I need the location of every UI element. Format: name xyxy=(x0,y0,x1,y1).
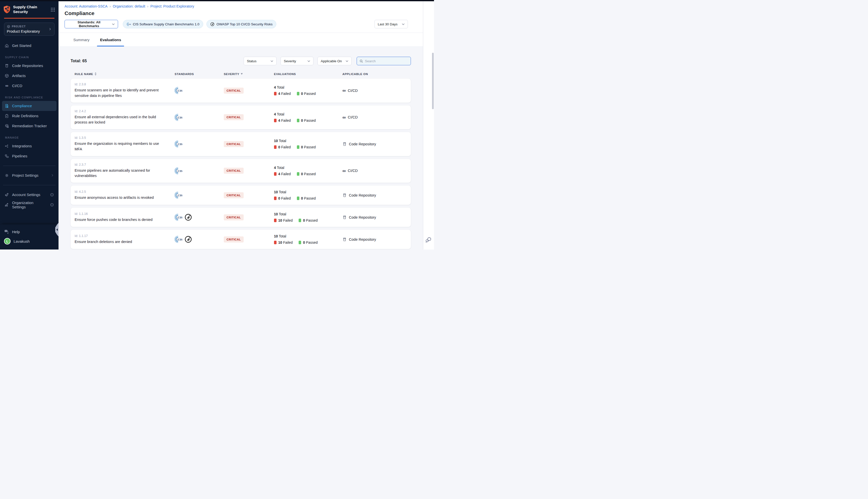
sidebar-item-account-settings[interactable]: Account Settings xyxy=(2,190,57,200)
rule-cell: Id: 1.1.16 Ensure force pushes code to b… xyxy=(75,212,174,223)
cicd-infinity-icon: ∞ xyxy=(342,168,346,173)
tab-evaluations[interactable]: Evaluations xyxy=(99,33,122,46)
table-row[interactable]: Id: 1.1.16 Ensure force pushes code to b… xyxy=(71,208,411,227)
table-row[interactable]: Id: 2.4.2 Ensure all external dependenci… xyxy=(71,106,411,130)
sort-icon xyxy=(94,72,97,75)
status-filter-select[interactable]: Status xyxy=(244,57,277,65)
standard-chip-owasp[interactable]: OWASP Top 10 CI/CD Security Risks xyxy=(206,20,276,28)
info-icon[interactable] xyxy=(50,193,54,197)
breadcrumb-separator-icon: › xyxy=(147,4,148,8)
support-chat-icon[interactable] xyxy=(425,236,432,243)
sidebar-item-organization-settings[interactable]: Organization Settings xyxy=(2,200,57,210)
rule-name: Ensure branch deletions are denied xyxy=(75,239,162,245)
eval-total-label: Total xyxy=(279,190,286,194)
sidebar-item-pipelines[interactable]: Pipelines xyxy=(2,151,57,161)
applicable-on-label: Code Repository xyxy=(349,238,376,242)
breadcrumb-link[interactable]: Account: Automation-SSCA xyxy=(64,4,108,8)
standards-cell: CIS xyxy=(174,167,224,175)
search-box[interactable] xyxy=(357,57,411,65)
sidebar-item-integrations[interactable]: Integrations xyxy=(2,141,57,151)
failed-indicator-icon xyxy=(274,241,277,244)
package-icon xyxy=(7,25,10,28)
eval-total-label: Total xyxy=(277,85,284,89)
svg-text:?: ? xyxy=(5,230,7,232)
user-menu[interactable]: L Lavakush xyxy=(4,236,55,246)
cis-logo-icon: CIS xyxy=(174,87,182,94)
table-row[interactable]: Id: 2.3.8 Ensure scanners are in place t… xyxy=(71,78,411,103)
package-icon xyxy=(4,74,9,78)
sidebar-item-artifacts[interactable]: Artifacts xyxy=(2,71,57,81)
table-row[interactable]: Id: 1.1.17 Ensure branch deletions are d… xyxy=(71,230,411,249)
eval-total-count: 10 xyxy=(274,139,278,143)
standards-filter-select[interactable]: Standards: All Benchmarks xyxy=(64,20,118,28)
column-header-applicable-on: APPLICABLE ON xyxy=(342,73,407,75)
page-header: Account: Automation-SSCA›Organization: d… xyxy=(59,1,423,33)
eval-failed: 0 Failed xyxy=(278,145,291,149)
applicable-on-cell: </>Code Repository xyxy=(342,193,407,197)
eval-failed: 10 Failed xyxy=(278,241,293,244)
eval-total-label: Total xyxy=(279,212,286,216)
project-selector[interactable]: PROJECT Product Exploratory xyxy=(4,23,55,36)
info-icon[interactable] xyxy=(50,203,54,207)
sidebar-item-get-started[interactable]: Get Started xyxy=(2,41,57,51)
cis-logo-icon: CIS xyxy=(174,140,182,148)
column-header-rule-name[interactable]: RULE NAME xyxy=(75,72,174,75)
column-header-severity[interactable]: SEVERITY xyxy=(224,73,274,75)
standard-chip-cis[interactable]: CISCIS Software Supply Chain Benchmarks … xyxy=(123,20,203,28)
applicable-on-filter-select[interactable]: Applicable On xyxy=(317,57,352,65)
breadcrumb-link[interactable]: Project: Product Exploratory xyxy=(150,4,194,8)
rule-cell: Id: 1.3.5 Ensure the organization is req… xyxy=(75,136,174,152)
sort-desc-icon xyxy=(241,73,243,75)
cis-logo-icon: CIS xyxy=(174,214,182,221)
sidebar-item-help[interactable]: ? Help xyxy=(4,227,55,236)
passed-indicator-icon xyxy=(297,119,299,122)
sidebar-item-ci-cd[interactable]: ∞CI/CD xyxy=(2,81,57,91)
time-range-select[interactable]: Last 30 Days xyxy=(374,20,408,28)
sidebar-item-rule-definitions[interactable]: Rule Definitions xyxy=(2,111,57,121)
svg-text:</>: </> xyxy=(343,144,346,145)
failed-indicator-icon xyxy=(274,196,277,200)
gear-icon xyxy=(4,173,9,178)
app-switcher-icon[interactable] xyxy=(51,8,55,12)
chevron-right-icon xyxy=(51,174,54,177)
chevron-right-icon xyxy=(48,27,52,31)
sidebar-item-remediation-tracker[interactable]: Remediation Tracker xyxy=(2,121,57,131)
standards-filter-bar: Standards: All Benchmarks CISCIS Softwar… xyxy=(64,20,423,33)
table-row[interactable]: Id: 2.3.7 Ensure pipelines are automatic… xyxy=(71,159,411,183)
failed-indicator-icon xyxy=(274,219,277,222)
svg-text:</>: </> xyxy=(343,217,346,218)
sidebar: Supply Chain Security xyxy=(0,1,59,250)
breadcrumb-link[interactable]: Organization: default xyxy=(113,4,145,8)
applicable-on-cell: ∞CI/CD xyxy=(342,88,407,93)
column-label: STANDARDS xyxy=(174,73,194,75)
severity-badge: CRITICAL xyxy=(224,141,244,147)
sidebar-item-compliance[interactable]: Compliance xyxy=(2,101,57,111)
scrollbar-thumb[interactable] xyxy=(432,53,434,109)
eval-total-count: 10 xyxy=(274,234,278,238)
search-icon xyxy=(359,59,363,63)
layers-gear-icon xyxy=(4,193,9,197)
rule-id: Id: 1.1.17 xyxy=(75,234,162,238)
column-label: EVALUATIONS xyxy=(274,73,296,75)
eval-passed: 0 Passed xyxy=(301,145,316,149)
sidebar-nav: Get StartedSUPPLY CHAIN</>Code Repositor… xyxy=(0,36,59,210)
evaluations-cell: 10 Total 10 Failed 0 Passed xyxy=(274,234,342,244)
search-input[interactable] xyxy=(365,59,408,63)
box-wrench-icon xyxy=(4,124,9,128)
standards-cell: CIS xyxy=(174,235,224,243)
sidebar-item-code-repositories[interactable]: </>Code Repositories xyxy=(2,61,57,71)
severity-filter-select[interactable]: Severity xyxy=(280,57,313,65)
pipelines-icon xyxy=(4,154,9,158)
sidebar-item-label: Get Started xyxy=(12,44,32,48)
chip-label: CIS Software Supply Chain Benchmarks 1.0 xyxy=(133,22,200,26)
tab-summary[interactable]: Summary xyxy=(73,33,90,46)
owasp-logo-icon xyxy=(210,22,215,26)
applicable-on-cell: </>Code Repository xyxy=(342,237,407,242)
table-row[interactable]: Id: 4.2.5 Ensure anonymous access to art… xyxy=(71,185,411,205)
eval-total-label: Total xyxy=(279,234,286,238)
sidebar-item-project-settings[interactable]: Project Settings xyxy=(2,170,57,181)
infinity-icon: ∞ xyxy=(4,84,9,88)
table-row[interactable]: Id: 1.3.5 Ensure the organization is req… xyxy=(71,132,411,156)
cis-logo-icon: CIS xyxy=(174,191,182,199)
evaluations-cell: 10 Total 0 Failed 0 Passed xyxy=(274,190,342,200)
